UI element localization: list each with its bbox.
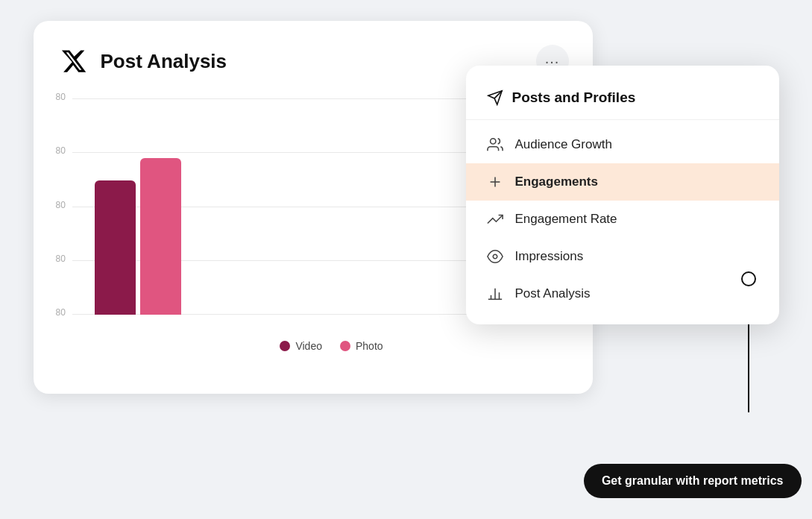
menu-item-impressions-label: Impressions (515, 249, 758, 264)
send-icon (487, 89, 503, 106)
legend-label-video: Video (295, 340, 322, 352)
bar-photo (140, 158, 181, 315)
x-logo-icon (57, 45, 90, 78)
menu-section-label: Posts and Profiles (512, 89, 636, 106)
trending-up-icon (487, 211, 503, 227)
menu-item-engagement-rate-label: Engagement Rate (515, 212, 758, 227)
menu-item-post-analysis-label: Post Analysis (515, 286, 758, 301)
menu-item-impressions[interactable]: Impressions (466, 238, 779, 275)
bar-group (95, 158, 181, 315)
legend-dot-photo (340, 341, 350, 351)
menu-item-engagement-rate[interactable]: Engagement Rate (466, 201, 779, 238)
grid-label: 80 (56, 307, 66, 318)
pointer-circle (741, 271, 756, 286)
bar-chart-icon (487, 286, 503, 302)
menu-item-post-analysis[interactable]: Post Analysis (466, 275, 779, 312)
grid-label: 80 (56, 200, 66, 210)
legend-item-video: Video (280, 340, 322, 352)
grid-label: 80 (56, 92, 66, 102)
legend-label-photo: Photo (356, 340, 383, 352)
chart-title-group: Post Analysis (57, 45, 227, 78)
bar-video (95, 180, 136, 315)
legend-item-photo: Photo (340, 340, 383, 352)
eye-icon (487, 248, 503, 265)
users-icon (487, 136, 503, 153)
menu-item-audience-growth-label: Audience Growth (515, 137, 758, 152)
chart-legend: Video Photo (95, 340, 569, 352)
svg-point-2 (490, 139, 495, 144)
chart-title: Post Analysis (101, 50, 227, 73)
menu-divider (466, 119, 779, 120)
menu-item-engagements[interactable]: Engagements (466, 163, 779, 201)
legend-dot-video (280, 341, 290, 351)
plus-icon (487, 174, 503, 190)
svg-point-5 (493, 254, 497, 259)
dropdown-menu: Posts and Profiles Audience Growth Engag… (466, 66, 779, 324)
grid-label: 80 (56, 145, 66, 156)
menu-item-audience-growth[interactable]: Audience Growth (466, 126, 779, 163)
grid-label: 80 (56, 254, 66, 264)
tooltip: Get granular with report metrics (584, 464, 802, 498)
menu-section-header: Posts and Profiles (466, 84, 779, 119)
menu-item-engagements-label: Engagements (515, 174, 758, 189)
